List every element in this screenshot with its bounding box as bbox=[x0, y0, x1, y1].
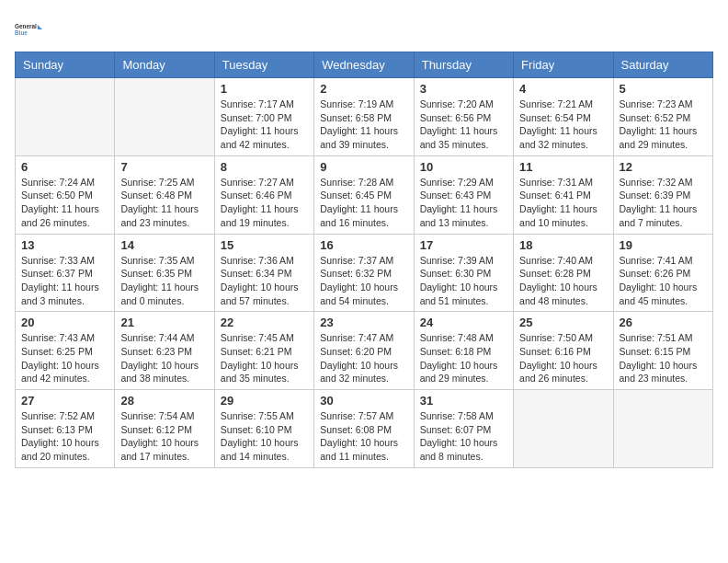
calendar-cell: 15Sunrise: 7:36 AMSunset: 6:34 PMDayligh… bbox=[214, 234, 313, 312]
calendar-cell: 27Sunrise: 7:52 AMSunset: 6:13 PMDayligh… bbox=[16, 390, 115, 468]
calendar-cell: 20Sunrise: 7:43 AMSunset: 6:25 PMDayligh… bbox=[16, 312, 115, 390]
svg-text:General: General bbox=[15, 23, 37, 29]
calendar-cell bbox=[16, 78, 115, 156]
calendar-cell: 12Sunrise: 7:32 AMSunset: 6:39 PMDayligh… bbox=[613, 155, 712, 234]
day-number: 10 bbox=[420, 160, 507, 174]
calendar-cell: 6Sunrise: 7:24 AMSunset: 6:50 PMDaylight… bbox=[16, 155, 115, 234]
calendar-cell: 19Sunrise: 7:41 AMSunset: 6:26 PMDayligh… bbox=[613, 234, 712, 312]
day-info: Sunrise: 7:43 AMSunset: 6:25 PMDaylight:… bbox=[21, 331, 108, 385]
day-number: 24 bbox=[420, 316, 507, 329]
day-info: Sunrise: 7:23 AMSunset: 6:52 PMDaylight:… bbox=[620, 98, 707, 152]
day-info: Sunrise: 7:27 AMSunset: 6:46 PMDaylight:… bbox=[221, 176, 308, 230]
calendar-cell: 31Sunrise: 7:58 AMSunset: 6:07 PMDayligh… bbox=[414, 390, 513, 468]
calendar-cell: 29Sunrise: 7:55 AMSunset: 6:10 PMDayligh… bbox=[214, 390, 313, 468]
day-number: 17 bbox=[420, 238, 507, 252]
day-number: 29 bbox=[221, 394, 308, 408]
calendar-cell bbox=[115, 78, 214, 156]
day-info: Sunrise: 7:29 AMSunset: 6:43 PMDaylight:… bbox=[420, 176, 507, 230]
day-info: Sunrise: 7:51 AMSunset: 6:15 PMDaylight:… bbox=[620, 331, 707, 385]
calendar-cell: 23Sunrise: 7:47 AMSunset: 6:20 PMDayligh… bbox=[314, 312, 414, 390]
day-info: Sunrise: 7:21 AMSunset: 6:54 PMDaylight:… bbox=[519, 98, 607, 152]
day-number: 20 bbox=[21, 316, 108, 329]
calendar-cell: 10Sunrise: 7:29 AMSunset: 6:43 PMDayligh… bbox=[414, 155, 513, 234]
day-number: 6 bbox=[21, 160, 108, 174]
day-number: 9 bbox=[320, 160, 407, 174]
day-number: 8 bbox=[221, 160, 308, 174]
calendar-cell: 30Sunrise: 7:57 AMSunset: 6:08 PMDayligh… bbox=[314, 390, 414, 468]
day-info: Sunrise: 7:36 AMSunset: 6:34 PMDaylight:… bbox=[221, 254, 308, 308]
day-number: 5 bbox=[620, 82, 707, 96]
day-number: 13 bbox=[21, 238, 108, 252]
calendar-cell: 17Sunrise: 7:39 AMSunset: 6:30 PMDayligh… bbox=[414, 234, 513, 312]
calendar-cell: 16Sunrise: 7:37 AMSunset: 6:32 PMDayligh… bbox=[314, 234, 414, 312]
calendar-cell: 1Sunrise: 7:17 AMSunset: 7:00 PMDaylight… bbox=[214, 78, 313, 156]
day-number: 22 bbox=[221, 316, 308, 329]
calendar-header-row: SundayMondayTuesdayWednesdayThursdayFrid… bbox=[16, 52, 713, 78]
calendar-cell: 4Sunrise: 7:21 AMSunset: 6:54 PMDaylight… bbox=[514, 78, 613, 156]
calendar-cell: 3Sunrise: 7:20 AMSunset: 6:56 PMDaylight… bbox=[414, 78, 513, 156]
day-info: Sunrise: 7:19 AMSunset: 6:58 PMDaylight:… bbox=[320, 98, 407, 152]
day-number: 3 bbox=[420, 82, 507, 96]
calendar-cell: 7Sunrise: 7:25 AMSunset: 6:48 PMDaylight… bbox=[115, 155, 214, 234]
day-number: 23 bbox=[320, 316, 407, 329]
day-number: 7 bbox=[120, 160, 208, 174]
day-number: 1 bbox=[221, 82, 308, 96]
day-info: Sunrise: 7:33 AMSunset: 6:37 PMDaylight:… bbox=[21, 254, 108, 308]
day-info: Sunrise: 7:55 AMSunset: 6:10 PMDaylight:… bbox=[221, 409, 308, 464]
calendar-cell: 25Sunrise: 7:50 AMSunset: 6:16 PMDayligh… bbox=[514, 312, 613, 390]
calendar-cell: 9Sunrise: 7:28 AMSunset: 6:45 PMDaylight… bbox=[314, 155, 414, 234]
day-info: Sunrise: 7:37 AMSunset: 6:32 PMDaylight:… bbox=[320, 254, 407, 308]
page-header: GeneralBlue bbox=[15, 15, 713, 44]
svg-marker-2 bbox=[38, 25, 42, 29]
calendar-week-1: 1Sunrise: 7:17 AMSunset: 7:00 PMDaylight… bbox=[16, 78, 713, 156]
day-info: Sunrise: 7:44 AMSunset: 6:23 PMDaylight:… bbox=[120, 331, 208, 385]
logo: GeneralBlue bbox=[15, 15, 44, 44]
calendar-body: 1Sunrise: 7:17 AMSunset: 7:00 PMDaylight… bbox=[16, 78, 713, 468]
calendar-cell: 13Sunrise: 7:33 AMSunset: 6:37 PMDayligh… bbox=[16, 234, 115, 312]
day-info: Sunrise: 7:32 AMSunset: 6:39 PMDaylight:… bbox=[620, 176, 707, 230]
day-info: Sunrise: 7:47 AMSunset: 6:20 PMDaylight:… bbox=[320, 331, 407, 385]
day-number: 15 bbox=[221, 238, 308, 252]
day-number: 14 bbox=[120, 238, 208, 252]
day-info: Sunrise: 7:58 AMSunset: 6:07 PMDaylight:… bbox=[420, 409, 507, 464]
calendar-cell bbox=[613, 390, 712, 468]
day-number: 28 bbox=[120, 394, 208, 408]
day-number: 18 bbox=[519, 238, 607, 252]
day-header-monday: Monday bbox=[115, 52, 214, 78]
calendar-cell: 14Sunrise: 7:35 AMSunset: 6:35 PMDayligh… bbox=[115, 234, 214, 312]
day-number: 19 bbox=[620, 238, 707, 252]
calendar-week-5: 27Sunrise: 7:52 AMSunset: 6:13 PMDayligh… bbox=[16, 390, 713, 468]
calendar-week-3: 13Sunrise: 7:33 AMSunset: 6:37 PMDayligh… bbox=[16, 234, 713, 312]
calendar-cell bbox=[514, 390, 613, 468]
calendar-cell: 11Sunrise: 7:31 AMSunset: 6:41 PMDayligh… bbox=[514, 155, 613, 234]
day-info: Sunrise: 7:50 AMSunset: 6:16 PMDaylight:… bbox=[519, 331, 607, 385]
day-info: Sunrise: 7:25 AMSunset: 6:48 PMDaylight:… bbox=[120, 176, 208, 230]
day-info: Sunrise: 7:35 AMSunset: 6:35 PMDaylight:… bbox=[120, 254, 208, 308]
calendar-cell: 26Sunrise: 7:51 AMSunset: 6:15 PMDayligh… bbox=[613, 312, 712, 390]
day-info: Sunrise: 7:48 AMSunset: 6:18 PMDaylight:… bbox=[420, 331, 507, 385]
day-number: 26 bbox=[620, 316, 707, 329]
calendar-cell: 24Sunrise: 7:48 AMSunset: 6:18 PMDayligh… bbox=[414, 312, 513, 390]
day-info: Sunrise: 7:20 AMSunset: 6:56 PMDaylight:… bbox=[420, 98, 507, 152]
day-info: Sunrise: 7:31 AMSunset: 6:41 PMDaylight:… bbox=[519, 176, 607, 230]
day-number: 16 bbox=[320, 238, 407, 252]
calendar-cell: 8Sunrise: 7:27 AMSunset: 6:46 PMDaylight… bbox=[214, 155, 313, 234]
day-number: 30 bbox=[320, 394, 407, 408]
logo-icon: GeneralBlue bbox=[15, 15, 44, 44]
day-info: Sunrise: 7:54 AMSunset: 6:12 PMDaylight:… bbox=[120, 409, 208, 464]
day-header-sunday: Sunday bbox=[16, 52, 115, 78]
day-number: 12 bbox=[620, 160, 707, 174]
day-info: Sunrise: 7:52 AMSunset: 6:13 PMDaylight:… bbox=[21, 409, 108, 464]
calendar-table: SundayMondayTuesdayWednesdayThursdayFrid… bbox=[15, 52, 713, 468]
day-number: 21 bbox=[120, 316, 208, 329]
day-info: Sunrise: 7:17 AMSunset: 7:00 PMDaylight:… bbox=[221, 98, 308, 152]
day-header-tuesday: Tuesday bbox=[214, 52, 313, 78]
calendar-week-4: 20Sunrise: 7:43 AMSunset: 6:25 PMDayligh… bbox=[16, 312, 713, 390]
day-header-wednesday: Wednesday bbox=[314, 52, 414, 78]
day-header-friday: Friday bbox=[514, 52, 613, 78]
calendar-cell: 5Sunrise: 7:23 AMSunset: 6:52 PMDaylight… bbox=[613, 78, 712, 156]
calendar-cell: 28Sunrise: 7:54 AMSunset: 6:12 PMDayligh… bbox=[115, 390, 214, 468]
calendar-cell: 22Sunrise: 7:45 AMSunset: 6:21 PMDayligh… bbox=[214, 312, 313, 390]
day-number: 11 bbox=[519, 160, 607, 174]
calendar-week-2: 6Sunrise: 7:24 AMSunset: 6:50 PMDaylight… bbox=[16, 155, 713, 234]
